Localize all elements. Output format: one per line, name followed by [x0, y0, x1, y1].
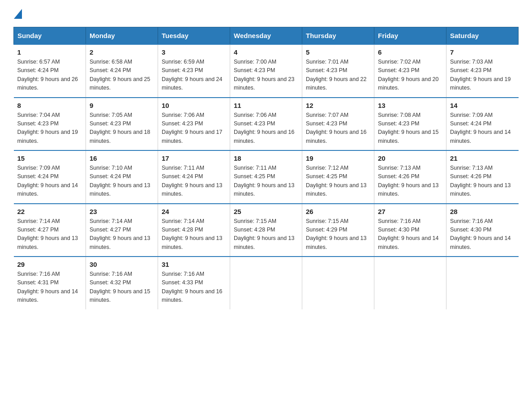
day-number: 22: [17, 208, 82, 215]
calendar-week-4: 22Sunrise: 7:14 AMSunset: 4:27 PMDayligh…: [14, 204, 519, 257]
day-info: Sunrise: 7:02 AMSunset: 4:23 PMDaylight:…: [378, 58, 442, 93]
calendar-cell: [374, 257, 446, 309]
calendar-cell: 25Sunrise: 7:15 AMSunset: 4:28 PMDayligh…: [230, 204, 302, 257]
day-number: 25: [234, 208, 298, 215]
calendar-cell: 29Sunrise: 7:16 AMSunset: 4:31 PMDayligh…: [14, 257, 86, 309]
calendar-cell: 27Sunrise: 7:16 AMSunset: 4:30 PMDayligh…: [374, 204, 446, 257]
day-number: 18: [234, 154, 298, 162]
header-wednesday: Wednesday: [230, 27, 302, 45]
day-info: Sunrise: 7:11 AMSunset: 4:24 PMDaylight:…: [162, 164, 226, 199]
day-info: Sunrise: 7:16 AMSunset: 4:32 PMDaylight:…: [90, 270, 154, 305]
day-info: Sunrise: 6:57 AMSunset: 4:24 PMDaylight:…: [17, 58, 82, 93]
day-info: Sunrise: 7:13 AMSunset: 4:26 PMDaylight:…: [378, 164, 442, 199]
day-number: 23: [90, 208, 154, 215]
calendar-week-5: 29Sunrise: 7:16 AMSunset: 4:31 PMDayligh…: [14, 257, 519, 309]
day-number: 17: [162, 154, 226, 162]
day-number: 11: [234, 102, 298, 109]
day-number: 3: [162, 48, 226, 56]
calendar-cell: 14Sunrise: 7:09 AMSunset: 4:24 PMDayligh…: [446, 98, 519, 151]
day-info: Sunrise: 7:13 AMSunset: 4:26 PMDaylight:…: [450, 164, 515, 199]
day-number: 31: [162, 261, 226, 268]
header-friday: Friday: [374, 27, 446, 45]
day-number: 2: [90, 48, 154, 56]
calendar-cell: 13Sunrise: 7:08 AMSunset: 4:23 PMDayligh…: [374, 98, 446, 151]
calendar-cell: 31Sunrise: 7:16 AMSunset: 4:33 PMDayligh…: [158, 257, 230, 309]
day-info: Sunrise: 7:15 AMSunset: 4:29 PMDaylight:…: [306, 217, 370, 252]
calendar-cell: 26Sunrise: 7:15 AMSunset: 4:29 PMDayligh…: [302, 204, 374, 257]
day-info: Sunrise: 7:01 AMSunset: 4:23 PMDaylight:…: [306, 58, 370, 93]
header-monday: Monday: [86, 27, 158, 45]
day-number: 8: [17, 102, 82, 109]
day-info: Sunrise: 7:16 AMSunset: 4:33 PMDaylight:…: [162, 270, 226, 305]
day-info: Sunrise: 7:14 AMSunset: 4:27 PMDaylight:…: [17, 217, 82, 252]
day-info: Sunrise: 7:08 AMSunset: 4:23 PMDaylight:…: [378, 111, 442, 146]
day-info: Sunrise: 7:12 AMSunset: 4:25 PMDaylight:…: [306, 164, 370, 199]
calendar-cell: 21Sunrise: 7:13 AMSunset: 4:26 PMDayligh…: [446, 150, 519, 204]
day-info: Sunrise: 7:07 AMSunset: 4:23 PMDaylight:…: [306, 111, 370, 146]
header-sunday: Sunday: [14, 27, 86, 45]
calendar-table: SundayMondayTuesdayWednesdayThursdayFrid…: [13, 27, 519, 309]
day-number: 19: [306, 154, 370, 162]
calendar-cell: [446, 257, 519, 309]
calendar-week-1: 1Sunrise: 6:57 AMSunset: 4:24 PMDaylight…: [14, 44, 519, 98]
calendar-cell: 16Sunrise: 7:10 AMSunset: 4:24 PMDayligh…: [86, 150, 158, 204]
header-thursday: Thursday: [302, 27, 374, 45]
header-saturday: Saturday: [446, 27, 519, 45]
calendar-cell: 11Sunrise: 7:06 AMSunset: 4:23 PMDayligh…: [230, 98, 302, 151]
day-info: Sunrise: 7:11 AMSunset: 4:25 PMDaylight:…: [234, 164, 298, 199]
svg-marker-0: [14, 9, 22, 19]
day-number: 26: [306, 208, 370, 215]
calendar-cell: 10Sunrise: 7:06 AMSunset: 4:23 PMDayligh…: [158, 98, 230, 151]
calendar-cell: 3Sunrise: 6:59 AMSunset: 4:23 PMDaylight…: [158, 44, 230, 98]
logo-triangle-icon: [14, 9, 22, 19]
day-info: Sunrise: 7:05 AMSunset: 4:23 PMDaylight:…: [90, 111, 154, 146]
day-info: Sunrise: 7:16 AMSunset: 4:30 PMDaylight:…: [450, 217, 515, 252]
calendar-cell: [302, 257, 374, 309]
day-info: Sunrise: 7:06 AMSunset: 4:23 PMDaylight:…: [234, 111, 298, 146]
day-info: Sunrise: 7:09 AMSunset: 4:24 PMDaylight:…: [450, 111, 515, 146]
calendar-cell: 23Sunrise: 7:14 AMSunset: 4:27 PMDayligh…: [86, 204, 158, 257]
calendar-week-2: 8Sunrise: 7:04 AMSunset: 4:23 PMDaylight…: [14, 98, 519, 151]
day-info: Sunrise: 7:16 AMSunset: 4:31 PMDaylight:…: [17, 270, 82, 305]
day-info: Sunrise: 7:14 AMSunset: 4:28 PMDaylight:…: [162, 217, 226, 252]
day-number: 13: [378, 102, 442, 109]
day-info: Sunrise: 7:00 AMSunset: 4:23 PMDaylight:…: [234, 58, 298, 93]
calendar-cell: 7Sunrise: 7:03 AMSunset: 4:23 PMDaylight…: [446, 44, 519, 98]
day-number: 12: [306, 102, 370, 109]
page-header: [13, 9, 519, 19]
calendar-cell: 28Sunrise: 7:16 AMSunset: 4:30 PMDayligh…: [446, 204, 519, 257]
day-number: 9: [90, 102, 154, 109]
day-number: 21: [450, 154, 515, 162]
calendar-header-row: SundayMondayTuesdayWednesdayThursdayFrid…: [14, 27, 519, 45]
calendar-cell: 17Sunrise: 7:11 AMSunset: 4:24 PMDayligh…: [158, 150, 230, 204]
calendar-cell: 4Sunrise: 7:00 AMSunset: 4:23 PMDaylight…: [230, 44, 302, 98]
logo: [13, 9, 22, 19]
day-number: 6: [378, 48, 442, 56]
calendar-cell: 5Sunrise: 7:01 AMSunset: 4:23 PMDaylight…: [302, 44, 374, 98]
day-info: Sunrise: 7:16 AMSunset: 4:30 PMDaylight:…: [378, 217, 442, 252]
calendar-cell: 2Sunrise: 6:58 AMSunset: 4:24 PMDaylight…: [86, 44, 158, 98]
day-number: 15: [17, 154, 82, 162]
day-number: 4: [234, 48, 298, 56]
day-number: 27: [378, 208, 442, 215]
calendar-cell: 24Sunrise: 7:14 AMSunset: 4:28 PMDayligh…: [158, 204, 230, 257]
calendar-cell: 6Sunrise: 7:02 AMSunset: 4:23 PMDaylight…: [374, 44, 446, 98]
day-info: Sunrise: 7:15 AMSunset: 4:28 PMDaylight:…: [234, 217, 298, 252]
calendar-cell: 9Sunrise: 7:05 AMSunset: 4:23 PMDaylight…: [86, 98, 158, 151]
day-number: 16: [90, 154, 154, 162]
day-info: Sunrise: 7:09 AMSunset: 4:24 PMDaylight:…: [17, 164, 82, 199]
day-info: Sunrise: 7:06 AMSunset: 4:23 PMDaylight:…: [162, 111, 226, 146]
day-info: Sunrise: 7:03 AMSunset: 4:23 PMDaylight:…: [450, 58, 515, 93]
day-info: Sunrise: 7:10 AMSunset: 4:24 PMDaylight:…: [90, 164, 154, 199]
day-number: 29: [17, 261, 82, 268]
calendar-cell: 18Sunrise: 7:11 AMSunset: 4:25 PMDayligh…: [230, 150, 302, 204]
calendar-week-3: 15Sunrise: 7:09 AMSunset: 4:24 PMDayligh…: [14, 150, 519, 204]
header-tuesday: Tuesday: [158, 27, 230, 45]
day-number: 1: [17, 48, 82, 56]
calendar-cell: 19Sunrise: 7:12 AMSunset: 4:25 PMDayligh…: [302, 150, 374, 204]
day-number: 10: [162, 102, 226, 109]
day-number: 7: [450, 48, 515, 56]
day-number: 30: [90, 261, 154, 268]
calendar-cell: 20Sunrise: 7:13 AMSunset: 4:26 PMDayligh…: [374, 150, 446, 204]
calendar-cell: 12Sunrise: 7:07 AMSunset: 4:23 PMDayligh…: [302, 98, 374, 151]
